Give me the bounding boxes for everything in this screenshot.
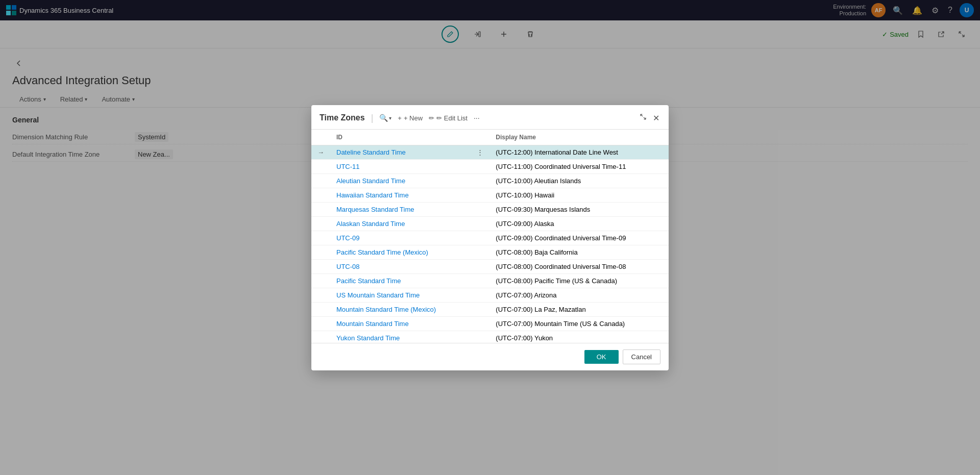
table-row[interactable]: Mountain Standard Time(UTC-07:00) Mounta… xyxy=(311,316,669,331)
page-area: ✓ Saved xyxy=(0,20,980,475)
timezone-id-link[interactable]: Alaskan Standard Time xyxy=(336,220,405,228)
row-id-cell[interactable]: US Mountain Standard Time xyxy=(330,288,471,302)
table-row[interactable]: Alaskan Standard Time(UTC-09:00) Alaska xyxy=(311,216,669,231)
row-arrow-cell xyxy=(311,288,330,302)
table-row[interactable]: Yukon Standard Time(UTC-07:00) Yukon xyxy=(311,331,669,343)
timezone-id-link[interactable]: US Mountain Standard Time xyxy=(336,291,420,299)
modal-title: Time Zones xyxy=(320,113,365,122)
table-header-row: ID Display Name xyxy=(311,130,669,145)
row-display-cell: (UTC-08:00) Coordinated Universal Time-0… xyxy=(489,259,669,273)
table-row[interactable]: →Dateline Standard Time⋮(UTC-12:00) Inte… xyxy=(311,145,669,159)
timezone-id-link[interactable]: UTC-11 xyxy=(336,163,360,170)
col-id-header: ID xyxy=(330,130,471,145)
row-arrow-cell: → xyxy=(311,145,330,159)
modal-search-button[interactable]: 🔍 ▾ xyxy=(379,114,391,122)
row-menu-cell[interactable] xyxy=(471,331,489,343)
modal-expand-button[interactable] xyxy=(639,112,648,123)
row-menu-cell[interactable] xyxy=(471,302,489,316)
row-menu-cell[interactable] xyxy=(471,216,489,231)
col-arrow-header xyxy=(311,130,330,145)
timezone-id-link[interactable]: Aleutian Standard Time xyxy=(336,177,405,185)
timezone-id-link[interactable]: Hawaiian Standard Time xyxy=(336,191,409,199)
row-id-cell[interactable]: Aleutian Standard Time xyxy=(330,173,471,188)
modal-table-area[interactable]: ID Display Name →Dateline Standard Time⋮… xyxy=(311,130,669,343)
modal-close-button[interactable]: ✕ xyxy=(652,112,660,124)
modal-new-button[interactable]: + + New xyxy=(398,114,423,122)
row-id-cell[interactable]: Alaskan Standard Time xyxy=(330,216,471,231)
row-display-cell: (UTC-09:30) Marquesas Islands xyxy=(489,202,669,216)
row-arrow-cell xyxy=(311,302,330,316)
row-display-cell: (UTC-07:00) Arizona xyxy=(489,288,669,302)
table-row[interactable]: UTC-11(UTC-11:00) Coordinated Universal … xyxy=(311,159,669,173)
row-display-cell: (UTC-12:00) International Date Line West xyxy=(489,145,669,159)
timezone-id-link[interactable]: Dateline Standard Time xyxy=(336,148,406,156)
table-row[interactable]: Pacific Standard Time(UTC-08:00) Pacific… xyxy=(311,273,669,288)
row-id-cell[interactable]: Mountain Standard Time (Mexico) xyxy=(330,302,471,316)
row-arrow-cell xyxy=(311,173,330,188)
row-arrow-cell xyxy=(311,188,330,202)
modal-backdrop: Time Zones | 🔍 ▾ + + New ✏ ✏ xyxy=(0,0,980,475)
row-menu-cell[interactable] xyxy=(471,288,489,302)
timezone-id-link[interactable]: Yukon Standard Time xyxy=(336,334,400,342)
table-row[interactable]: Marquesas Standard Time(UTC-09:30) Marqu… xyxy=(311,202,669,216)
row-display-cell: (UTC-11:00) Coordinated Universal Time-1… xyxy=(489,159,669,173)
row-display-cell: (UTC-07:00) La Paz, Mazatlan xyxy=(489,302,669,316)
row-id-cell[interactable]: Marquesas Standard Time xyxy=(330,202,471,216)
row-display-cell: (UTC-09:00) Alaska xyxy=(489,216,669,231)
row-menu-cell[interactable] xyxy=(471,245,489,259)
table-row[interactable]: US Mountain Standard Time(UTC-07:00) Ari… xyxy=(311,288,669,302)
timezone-id-link[interactable]: Pacific Standard Time xyxy=(336,277,401,285)
table-row[interactable]: Mountain Standard Time (Mexico)(UTC-07:0… xyxy=(311,302,669,316)
row-arrow-cell xyxy=(311,231,330,245)
modal-header: Time Zones | 🔍 ▾ + + New ✏ ✏ xyxy=(311,105,669,130)
row-menu-cell[interactable] xyxy=(471,316,489,331)
table-row[interactable]: UTC-09(UTC-09:00) Coordinated Universal … xyxy=(311,231,669,245)
row-menu-cell[interactable] xyxy=(471,188,489,202)
row-arrow-cell xyxy=(311,316,330,331)
row-id-cell[interactable]: Hawaiian Standard Time xyxy=(330,188,471,202)
row-menu-cell[interactable] xyxy=(471,273,489,288)
table-row[interactable]: UTC-08(UTC-08:00) Coordinated Universal … xyxy=(311,259,669,273)
modal-header-right: ✕ xyxy=(639,112,660,124)
row-id-cell[interactable]: Pacific Standard Time (Mexico) xyxy=(330,245,471,259)
plus-icon: + xyxy=(398,114,402,122)
row-id-cell[interactable]: Mountain Standard Time xyxy=(330,316,471,331)
modal-more-button[interactable]: ··· xyxy=(474,114,480,122)
cancel-button[interactable]: Cancel xyxy=(623,349,660,364)
col-menu-header xyxy=(471,130,489,145)
row-menu-cell[interactable] xyxy=(471,159,489,173)
row-display-cell: (UTC-07:00) Mountain Time (US & Canada) xyxy=(489,316,669,331)
row-id-cell[interactable]: UTC-08 xyxy=(330,259,471,273)
table-row[interactable]: Aleutian Standard Time(UTC-10:00) Aleuti… xyxy=(311,173,669,188)
row-id-cell[interactable]: UTC-11 xyxy=(330,159,471,173)
row-menu-cell[interactable] xyxy=(471,231,489,245)
timezone-id-link[interactable]: UTC-09 xyxy=(336,234,360,242)
row-id-cell[interactable]: Dateline Standard Time xyxy=(330,145,471,159)
search-icon: 🔍 xyxy=(379,114,388,122)
row-menu-cell[interactable] xyxy=(471,202,489,216)
row-menu-cell[interactable] xyxy=(471,173,489,188)
col-display-header: Display Name xyxy=(489,130,669,145)
timezone-id-link[interactable]: Marquesas Standard Time xyxy=(336,206,414,213)
table-row[interactable]: Hawaiian Standard Time(UTC-10:00) Hawaii xyxy=(311,188,669,202)
modal-edit-list-button[interactable]: ✏ ✏ Edit List xyxy=(429,114,468,122)
row-menu-cell[interactable]: ⋮ xyxy=(471,145,489,159)
row-id-cell[interactable]: UTC-09 xyxy=(330,231,471,245)
row-arrow-cell xyxy=(311,245,330,259)
row-id-cell[interactable]: Pacific Standard Time xyxy=(330,273,471,288)
timezone-id-link[interactable]: Pacific Standard Time (Mexico) xyxy=(336,248,428,256)
row-arrow-cell xyxy=(311,159,330,173)
timezone-id-link[interactable]: Mountain Standard Time xyxy=(336,320,409,328)
row-display-cell: (UTC-08:00) Baja California xyxy=(489,245,669,259)
row-menu-cell[interactable] xyxy=(471,259,489,273)
row-arrow-cell xyxy=(311,273,330,288)
edit-list-icon: ✏ xyxy=(429,114,434,122)
row-arrow-cell xyxy=(311,202,330,216)
timezone-id-link[interactable]: Mountain Standard Time (Mexico) xyxy=(336,306,436,313)
ok-button[interactable]: OK xyxy=(584,350,619,364)
row-arrow-cell xyxy=(311,331,330,343)
table-row[interactable]: Pacific Standard Time (Mexico)(UTC-08:00… xyxy=(311,245,669,259)
expand-modal-icon xyxy=(640,113,647,120)
row-id-cell[interactable]: Yukon Standard Time xyxy=(330,331,471,343)
timezone-id-link[interactable]: UTC-08 xyxy=(336,263,360,270)
